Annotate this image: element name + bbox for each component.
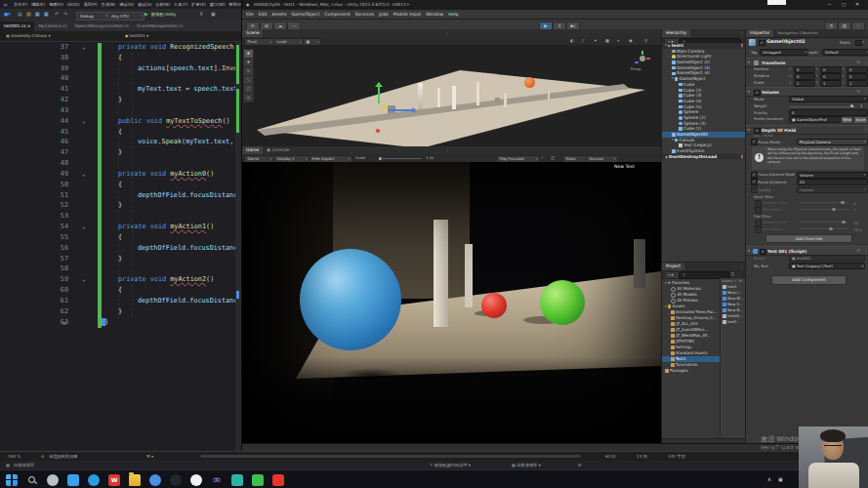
voice-access-icon[interactable] [47, 474, 59, 486]
edge-browser-icon[interactable] [88, 474, 100, 486]
static-dropdown-icon[interactable]: ▾ [862, 40, 864, 44]
expand-arrow-icon[interactable]: ▾ [665, 304, 667, 309]
editor-tab[interactable]: MyCamera.cs [34, 21, 70, 31]
override-all-button[interactable]: ALL [754, 134, 760, 138]
unity-menu-item[interactable]: Component [324, 12, 351, 17]
unity-menu-item[interactable]: Help [448, 12, 458, 17]
fdm-checkbox[interactable]: ✓ [751, 172, 758, 179]
maximize-button[interactable]: ▢ [842, 2, 847, 7]
volume-enabled-checkbox[interactable]: ✓ [754, 90, 761, 97]
code-line[interactable]: 58 [0, 264, 235, 274]
visual-studio-icon[interactable]: ∞ [211, 474, 223, 486]
expand-arrow-icon[interactable]: ▾ [665, 280, 667, 286]
code-line[interactable]: 41myText.text = speech.text [0, 84, 235, 95]
breadcrumb-type[interactable]: ◆ test001 ▾ [125, 33, 148, 38]
code-line[interactable]: 39actions[speech.text].Invo [0, 63, 235, 74]
scene-camera-icon[interactable]: ⌖ [617, 38, 619, 43]
component-help-icon[interactable]: ⊙ [856, 248, 860, 253]
mytext-object-field[interactable]: ▣ Text (Legacy) (Text) [789, 263, 865, 269]
wechat-icon[interactable] [252, 474, 264, 486]
profile-object-field[interactable]: ▣ GameObjectProf [789, 116, 845, 123]
add-asset-button[interactable]: ＋▾ [664, 271, 680, 279]
hierarchy-menu-icon[interactable]: ⋮ [740, 30, 745, 35]
slider-checkbox[interactable] [755, 226, 762, 233]
break-all-icon[interactable]: Ⅱ [200, 11, 202, 17]
project-folder-item[interactable]: Packages [662, 368, 720, 374]
component-help-icon[interactable]: ⊙ [856, 60, 860, 64]
attach-to-unity-button[interactable]: 附加到 Unity [151, 12, 176, 17]
vs-menu-item[interactable]: 测试(S) [138, 2, 151, 7]
editor-tab[interactable]: test001.cs × [0, 21, 34, 31]
hierarchy-item[interactable]: ◈DontDestroyOnLoad⋮ [662, 154, 746, 160]
weight-slider-knob[interactable] [850, 104, 853, 107]
code-line[interactable]: 63⚒} [0, 317, 235, 328]
code-line[interactable]: 50{ [0, 180, 235, 190]
profile-new-button[interactable]: New [841, 116, 853, 124]
run-icon[interactable]: ▶ [145, 11, 148, 17]
breadcrumb-project[interactable]: ▣ Assembly-CSharp ▾ [6, 33, 51, 38]
game-viewport[interactable]: New Text [242, 162, 661, 443]
vsync-icon[interactable]: ◫ [551, 155, 555, 160]
code-line[interactable]: 38{ [0, 53, 235, 63]
tab-hierarchy[interactable]: Hierarchy [662, 29, 690, 37]
axis-value-field[interactable]: 1 [820, 80, 842, 87]
horizontal-scrollbar[interactable] [200, 455, 581, 458]
quality-checkbox[interactable] [751, 186, 758, 193]
scene-viewport[interactable]: Persp ✥ ✚ ↻ ⤡ ▢ ◎ [242, 45, 661, 146]
axis-value-field[interactable]: 1 [794, 80, 815, 87]
new-file-icon[interactable]: ▤ [18, 11, 22, 17]
code-line[interactable]: 55{ [0, 232, 235, 243]
netease-mail-icon[interactable] [272, 474, 284, 486]
vs-menu-item[interactable]: 调试(D) [119, 2, 134, 7]
override-none-button[interactable]: NONE [764, 134, 773, 138]
scene-orientation-gizmo[interactable] [635, 51, 650, 66]
tab-game[interactable]: Game [242, 146, 263, 154]
code-line[interactable]: 57} [0, 254, 235, 264]
bilibili-icon[interactable] [67, 474, 79, 486]
undo-icon[interactable]: ↶ [55, 11, 59, 17]
tab-project[interactable]: Project [662, 263, 684, 270]
fold-arrow-icon[interactable]: ⌄ [82, 169, 85, 180]
code-line[interactable]: 60{ [0, 285, 235, 296]
platform-dropdown[interactable]: Any CPU [107, 12, 145, 20]
scene-grid-icon[interactable]: ▦ [605, 38, 609, 43]
mode-dropdown[interactable]: Global [789, 96, 868, 102]
unity-menu-item[interactable]: Assets [272, 12, 287, 17]
close-button[interactable]: ✕ [855, 2, 859, 7]
editor-zoom-level[interactable]: 194 % [8, 454, 21, 459]
code-line[interactable]: 47} [0, 147, 235, 158]
game-panel-menu-icon[interactable]: ⋮ [445, 147, 450, 152]
component-menu-icon[interactable]: ⋮ [864, 60, 868, 64]
gameobject-name-field[interactable]: GameObject02 [766, 39, 806, 44]
axis-value-field[interactable]: 1 [847, 80, 868, 87]
code-line[interactable]: 53 [0, 211, 235, 222]
word-icon[interactable]: W [108, 474, 120, 486]
code-line[interactable]: 44⌄public void myTextToSpeech() [0, 116, 235, 127]
scene-fx-icon[interactable]: ✦ [594, 38, 598, 43]
active-checkbox[interactable]: ✓ [759, 40, 765, 47]
project-hidden-icon[interactable]: ◫ [730, 271, 734, 276]
phone-link-icon[interactable] [231, 474, 243, 486]
git-refresh-icon[interactable]: ⟳ [578, 463, 582, 468]
slider-checkbox[interactable] [755, 207, 762, 214]
vs-menu-item[interactable]: Git(G) [67, 2, 80, 7]
browser-icon[interactable] [149, 474, 161, 486]
vs-menu-item[interactable]: 分析(N) [155, 2, 170, 7]
inspector-menu-icon[interactable]: ⋮ [864, 30, 868, 35]
fold-arrow-icon[interactable]: ⌄ [82, 274, 85, 285]
component-help-icon[interactable]: ⊙ [856, 89, 860, 94]
code-line[interactable]: 40 [0, 73, 235, 84]
slider-knob[interactable] [842, 221, 845, 224]
save-all-icon[interactable]: ▦ [44, 11, 49, 17]
steam-icon[interactable] [170, 474, 182, 486]
mute-audio-icon[interactable]: ♪ [541, 155, 544, 160]
unity-menu-item[interactable]: Jobs [379, 12, 388, 17]
unity-menu-item[interactable]: Edit [259, 12, 268, 17]
toolbar-extra-icon[interactable]: ▣ [211, 11, 216, 17]
tab-console[interactable]: ▣ Console [263, 146, 293, 154]
override-menu-icon[interactable]: ⋮ [864, 127, 868, 132]
component-menu-icon[interactable]: ⋮ [864, 89, 868, 94]
tray-ime-icon[interactable]: ▣ [778, 476, 783, 482]
editor-tab[interactable]: SpeechRecognitionTest.cs [70, 21, 133, 31]
script-object-field[interactable]: ▣ test001 [789, 255, 865, 262]
